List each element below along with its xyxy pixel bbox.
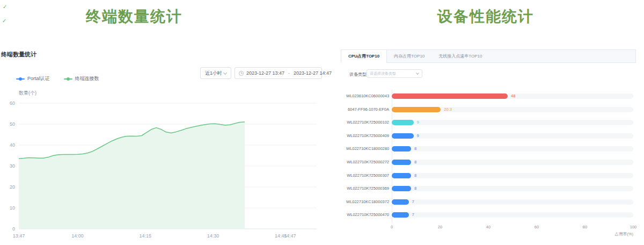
chevron-down-icon	[223, 70, 227, 74]
bar-row-8: WL022710KC180003727	[346, 196, 639, 208]
bar	[392, 212, 409, 218]
device-type-select[interactable]: 请选择设备类型	[367, 69, 422, 78]
date-range-start: 2023-12-27 13:47	[246, 70, 284, 76]
bar-track	[392, 212, 633, 218]
device-name-label: 6047-FF96-1070-EF0A	[346, 103, 389, 116]
bar-row-3: WL022710K7250004099	[346, 129, 639, 142]
tab-1[interactable]: 内存占用TOP10	[387, 50, 431, 62]
bar	[392, 93, 508, 99]
device-name-label: WL022710K725000272	[346, 156, 389, 169]
bar-value-label: 8	[414, 156, 416, 169]
x-tick-label: 60	[529, 225, 545, 229]
bar	[392, 107, 441, 112]
chart-legend: Portal认证终端连接数	[16, 75, 99, 82]
x-axis-name: 占用率(%)	[580, 232, 633, 237]
legend-label: Portal认证	[27, 75, 50, 82]
x-tick-label: 0	[384, 225, 400, 229]
device-type-placeholder: 请选择设备类型	[367, 71, 416, 76]
y-tick-label: 40	[10, 142, 15, 148]
cpu-top10-bar-chart: WL023610KC06000043486047-FF96-1070-EF0A2…	[346, 90, 639, 240]
date-range-end: 2023-12-27 14:47	[294, 70, 332, 76]
bar-track	[392, 120, 633, 125]
bar-row-6: WL022710K7250003078	[346, 169, 639, 182]
bar-row-9: WL022710K7250004707	[346, 208, 639, 221]
terminal-count-section-title: 终端数量统计	[1, 51, 36, 59]
dashboard: ✓ ✓ 终端数量统计 终端数量统计 近1小时 2023-12-27 13:47 …	[0, 0, 644, 245]
terminal-count-title: 终端数量统计	[0, 6, 268, 27]
bar-track	[392, 173, 633, 178]
bar-row-4: WL022710KC180002808	[346, 142, 639, 155]
bar-value-label: 7	[412, 208, 414, 221]
device-name-label: WL022710K725000102	[346, 116, 389, 129]
bar	[392, 186, 411, 191]
bar-value-label: 8	[414, 142, 416, 155]
bar	[392, 120, 414, 125]
legend-label: 终端连接数	[75, 75, 99, 82]
legend-item-1[interactable]: 终端连接数	[64, 75, 99, 82]
device-name-label: WL022710KC18000372	[346, 196, 389, 208]
y-tick-label: 50	[10, 121, 15, 127]
tab-2[interactable]: 无线接入点速率TOP10	[431, 50, 489, 62]
x-tick-label: 80	[577, 225, 593, 229]
clock-icon	[239, 71, 244, 76]
bar-value-label: 9	[417, 116, 419, 129]
bar-row-5: WL022710K7250002728	[346, 156, 639, 169]
bar-track	[392, 146, 633, 152]
legend-item-0[interactable]: Portal认证	[16, 75, 50, 82]
x-tick-label: 14:47	[284, 233, 296, 239]
device-name-label: WL022710K725000409	[346, 129, 389, 142]
bar-row-1: 6047-FF96-1070-EF0A20.3	[346, 103, 639, 116]
y-tick-label: 60	[10, 100, 15, 106]
y-axis-name: 数量(个)	[19, 90, 36, 96]
legend-marker-icon	[64, 77, 72, 81]
performance-tabs: CPU占用TOP10内存占用TOP10无线接入点速率TOP10	[341, 49, 636, 63]
device-name-label: WL022710K725000307	[346, 169, 389, 182]
date-range-picker[interactable]: 2023-12-27 13:47 - 2023-12-27 14:47	[235, 67, 322, 79]
bar-track	[392, 133, 633, 139]
bar-value-label: 7	[412, 196, 414, 208]
bar	[392, 173, 411, 178]
x-tick-label: 20	[432, 225, 448, 229]
bar	[392, 133, 414, 139]
device-name-label: WL023610KC06000043	[346, 90, 389, 103]
bar	[392, 160, 411, 165]
device-performance-title: 设备性能统计	[333, 6, 639, 27]
date-range-separator: -	[288, 70, 290, 76]
x-tick-label: 14:00	[71, 233, 84, 239]
device-name-label: WL022710K725000470	[346, 208, 389, 221]
y-tick-label: 20	[10, 184, 15, 190]
x-tick-label: 40	[480, 225, 496, 229]
x-tick-label: 14:30	[207, 233, 219, 239]
terminal-count-line-chart: 0102030405060数量(个)13:4714:0014:1514:3014…	[0, 86, 333, 245]
x-tick-label: 13:47	[13, 233, 25, 239]
x-tick-label: 100	[625, 225, 641, 229]
bar-value-label: 8	[414, 169, 416, 182]
bar	[392, 146, 411, 152]
bar-value-label: 9	[417, 129, 419, 142]
bar-track	[392, 199, 633, 205]
chevron-down-icon	[416, 71, 419, 75]
time-range-select[interactable]: 近1小时	[200, 67, 231, 79]
series-area-terminal-connections	[19, 122, 245, 229]
bar-value-label: 8	[414, 182, 416, 195]
bar-value-label: 48	[511, 90, 515, 103]
bar-row-2: WL022710K7250001029	[346, 116, 639, 129]
time-range-value: 近1小时	[201, 70, 224, 77]
device-name-label: WL022710KC18000280	[346, 142, 389, 155]
y-tick-label: 30	[10, 163, 15, 169]
y-tick-label: 0	[12, 226, 15, 232]
bar-row-0: WL023610KC0600004348	[346, 90, 639, 103]
bar-value-label: 20.3	[444, 103, 452, 116]
device-name-label: WL022710K725000369	[346, 182, 389, 195]
device-type-label: 设备类型	[349, 71, 367, 77]
bar-row-7: WL022710K7250003698	[346, 182, 639, 195]
x-tick-label: 14:15	[139, 233, 151, 239]
legend-marker-icon	[16, 77, 25, 81]
device-performance-panel: 设备性能统计 CPU占用TOP10内存占用TOP10无线接入点速率TOP10 设…	[333, 0, 644, 245]
bar	[392, 199, 409, 205]
bar-track	[392, 160, 633, 165]
y-tick-label: 10	[10, 205, 15, 211]
tab-0[interactable]: CPU占用TOP10	[341, 50, 387, 63]
bar-track	[392, 186, 633, 191]
